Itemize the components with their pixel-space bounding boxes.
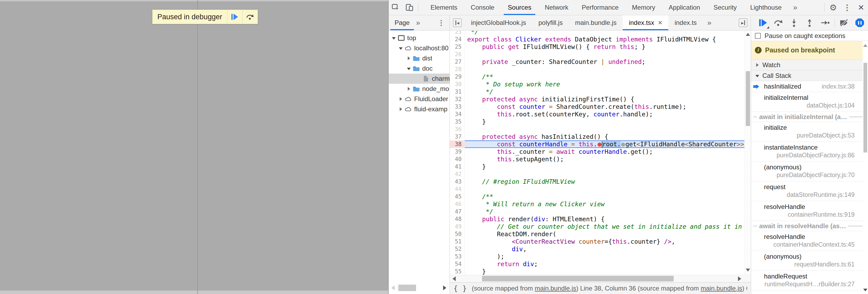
scroll-down-icon[interactable] — [863, 289, 867, 291]
code-text[interactable]: export class Clicker extends DataObject … — [465, 36, 744, 43]
tree-item-fluid-examp[interactable]: fluid-examp — [389, 104, 450, 114]
step-over-button[interactable] — [242, 10, 258, 24]
call-stack-section-header[interactable]: Call Stack — [751, 70, 868, 81]
expand-arrow-icon[interactable] — [398, 107, 404, 111]
call-stack-frame-request[interactable]: requestdataStoreRuntime.js:149 — [751, 181, 868, 201]
line-number[interactable]: 37 — [450, 133, 465, 141]
line-number[interactable]: 44 — [450, 185, 465, 193]
tab-network[interactable]: Network — [538, 0, 575, 15]
more-editor-tabs-icon[interactable]: » — [703, 19, 716, 27]
pause-on-caught-checkbox[interactable] — [755, 33, 761, 39]
toggle-device-toolbar-button[interactable] — [403, 0, 416, 15]
tree-item-doc[interactable]: doc — [389, 63, 450, 74]
call-stack-frame-initializeinternal[interactable]: initializeInternaldataObject.js:104 — [751, 92, 868, 112]
line-number[interactable]: 50 — [450, 230, 465, 238]
tab-application[interactable]: Application — [662, 0, 707, 15]
expand-arrow-icon[interactable] — [406, 67, 412, 70]
file-tab-index-tsx[interactable]: index.tsx× — [623, 15, 669, 30]
tab-page[interactable]: Page — [390, 15, 414, 30]
line-number[interactable]: 40 — [450, 155, 465, 163]
call-stack-frame-resolvehandle[interactable]: resolveHandlecontainerRuntime.ts:919 — [751, 201, 868, 221]
navigator-menu-icon[interactable]: ⋮ — [436, 19, 447, 27]
call-stack-frame-hasinitialized[interactable]: hasInitializedindex.tsx:38 — [751, 81, 868, 92]
call-stack-frame-resolvehandle[interactable]: resolveHandlecontainerHandleContext.ts:4… — [751, 231, 868, 251]
file-tab-index-ts[interactable]: index.ts — [668, 15, 703, 30]
code-text[interactable]: div, — [465, 245, 744, 253]
line-number[interactable]: 32 — [450, 96, 465, 103]
tab-console[interactable]: Console — [464, 0, 501, 15]
code-text[interactable]: */ — [465, 31, 744, 36]
navigator-horizontal-scrollbar[interactable] — [389, 284, 449, 292]
line-number[interactable]: 33 — [450, 103, 465, 110]
step-over-button[interactable] — [771, 15, 786, 30]
call-stack-frame-anonymous[interactable]: (anonymous)pureDataObjectFactory.js:70 — [751, 161, 868, 181]
code-text[interactable]: private _counter: SharedCounter | undefi… — [465, 58, 744, 66]
scrollbar-thumb[interactable] — [863, 63, 867, 152]
line-number[interactable]: 30 — [450, 80, 465, 88]
line-number[interactable]: 27 — [450, 58, 465, 66]
line-number[interactable]: 41 — [450, 163, 465, 171]
code-text[interactable]: const counterHandle = this.root.get<IFlu… — [465, 141, 744, 148]
tab-performance[interactable]: Performance — [575, 0, 625, 15]
close-tab-icon[interactable]: × — [658, 19, 662, 27]
file-tab-polyfill-js[interactable]: polyfill.js — [532, 15, 569, 30]
line-number[interactable]: 49 — [450, 223, 465, 230]
code-text[interactable] — [465, 50, 744, 58]
code-text[interactable]: const counter = SharedCounter.create(thi… — [465, 103, 744, 110]
inline-breakpoint-icon[interactable] — [621, 143, 625, 147]
line-number[interactable]: 52 — [450, 245, 465, 253]
call-stack-frame-anonymous[interactable]: (anonymous)requestHandlers.ts:61 — [751, 251, 868, 271]
line-number[interactable]: 38 — [450, 141, 465, 148]
editor-horizontal-scrollbar[interactable] — [450, 275, 751, 282]
line-number[interactable]: 35 — [450, 118, 465, 125]
line-number[interactable]: 25 — [450, 43, 465, 50]
line-number[interactable]: 26 — [450, 50, 465, 58]
step-button[interactable] — [817, 15, 833, 30]
code-text[interactable] — [465, 66, 744, 73]
expand-arrow-icon[interactable] — [391, 36, 397, 40]
code-text[interactable]: this._counter = await counterHandle.get(… — [465, 148, 744, 155]
expand-arrow-icon[interactable] — [406, 87, 412, 91]
source-map-link[interactable]: main.bundle.js — [701, 285, 742, 292]
more-navigator-tabs-icon[interactable]: » — [414, 19, 422, 27]
tree-item-fluidloader[interactable]: FluidLoader — [389, 94, 450, 104]
sidebar-vertical-scrollbar[interactable] — [863, 41, 868, 294]
settings-gear-icon[interactable]: ⚙ — [826, 0, 840, 15]
line-number[interactable]: 53 — [450, 253, 465, 260]
close-devtools-icon[interactable]: × — [854, 0, 868, 15]
line-number[interactable]: 24 — [450, 36, 465, 43]
scrollbar-thumb[interactable] — [746, 71, 750, 126]
scroll-up-icon[interactable] — [746, 33, 750, 36]
scrollbar-thumb[interactable] — [482, 276, 674, 282]
line-number[interactable]: 34 — [450, 110, 465, 118]
tree-item-top[interactable]: top — [389, 33, 450, 43]
source-map-link[interactable]: main.bundle.js — [535, 285, 576, 292]
show-debugger-panel-icon[interactable]: ▸ — [739, 19, 747, 27]
more-options-icon[interactable]: ⋮ — [840, 0, 854, 15]
code-text[interactable]: ); — [465, 253, 744, 260]
code-text[interactable]: } — [465, 163, 744, 171]
tree-item-node-mo[interactable]: node_mo — [389, 84, 450, 94]
code-text[interactable]: public render(div: HTMLElement) { — [465, 215, 744, 223]
scroll-up-icon[interactable] — [863, 44, 867, 47]
code-text[interactable]: /** — [465, 193, 744, 200]
line-number[interactable]: 43 — [450, 178, 465, 185]
tab-elements[interactable]: Elements — [424, 0, 464, 15]
code-text[interactable]: } — [465, 268, 744, 275]
line-number[interactable]: 48 — [450, 215, 465, 223]
code-text[interactable]: */ — [465, 208, 744, 215]
hide-navigator-icon[interactable]: ◂ — [453, 19, 462, 27]
code-text[interactable]: * Will return a new Clicker view — [465, 200, 744, 208]
code-text[interactable]: public get IFluidHTMLView() { return thi… — [465, 43, 744, 50]
line-number[interactable]: 23 — [450, 31, 465, 36]
line-number[interactable]: 39 — [450, 148, 465, 155]
more-tabs-icon[interactable]: » — [788, 0, 802, 15]
tab-lighthouse[interactable]: Lighthouse — [743, 0, 788, 15]
code-text[interactable]: protected async hasInitialized() { — [465, 133, 744, 141]
tree-item-dist[interactable]: dist — [389, 53, 450, 63]
file-tab-injectglobalhook-js[interactable]: injectGlobalHook.js — [465, 15, 532, 30]
scroll-right-icon[interactable] — [443, 286, 446, 290]
code-text[interactable]: this.root.set(counterKey, counter.handle… — [465, 110, 744, 118]
code-text[interactable]: protected async initializingFirstTime() … — [465, 96, 744, 103]
tab-sources[interactable]: Sources — [501, 0, 538, 15]
